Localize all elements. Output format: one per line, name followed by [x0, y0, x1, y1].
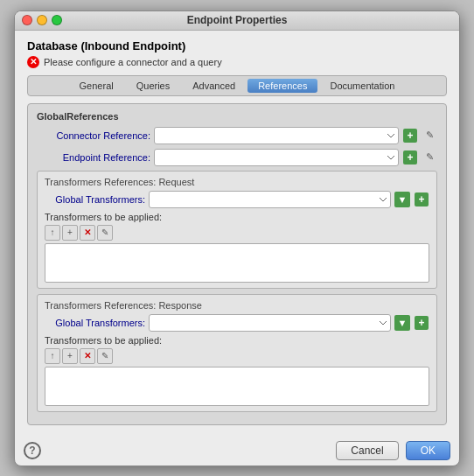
- connector-row: Connector Reference: + ✎: [37, 127, 437, 144]
- request-section: Transformers References: Request Global …: [37, 171, 437, 289]
- plus-icon-3: +: [415, 192, 429, 206]
- minimize-button[interactable]: [37, 15, 47, 25]
- response-plus-button[interactable]: +: [414, 315, 429, 331]
- response-toolbar: ↑ + ✕ ✎: [45, 348, 429, 364]
- endpoint-add-button[interactable]: +: [402, 150, 418, 165]
- references-panel: GlobalReferences Connector Reference: + …: [27, 103, 447, 425]
- global-references-title: GlobalReferences: [37, 111, 437, 122]
- endpoint-label: Endpoint Reference:: [37, 152, 150, 163]
- request-transformer-row: Global Transformers: ▼ +: [45, 191, 429, 208]
- global-trans-label-req: Global Transformers:: [45, 194, 145, 205]
- tab-general[interactable]: General: [69, 79, 124, 93]
- response-section: Transformers References: Response Global…: [37, 294, 437, 412]
- request-title: Transformers References: Request: [45, 177, 429, 187]
- res-add-button[interactable]: +: [62, 348, 78, 364]
- req-edit-button[interactable]: ✎: [97, 225, 113, 241]
- req-delete-button[interactable]: ✕: [80, 225, 95, 241]
- response-global-transformer-select[interactable]: [149, 314, 391, 332]
- req-add-button[interactable]: +: [62, 225, 78, 241]
- ok-button[interactable]: OK: [406, 441, 450, 460]
- error-icon: ✕: [27, 56, 39, 68]
- res-up-button[interactable]: ↑: [45, 348, 60, 364]
- error-row: ✕ Please configure a connector and a que…: [27, 56, 447, 68]
- apply-label-req: Transformers to be applied:: [45, 212, 429, 222]
- endpoint-edit-button[interactable]: ✎: [422, 150, 437, 165]
- tab-advanced[interactable]: Advanced: [182, 79, 246, 93]
- request-plus-button[interactable]: +: [414, 192, 429, 207]
- res-edit-button[interactable]: ✎: [97, 348, 113, 364]
- tab-references[interactable]: References: [247, 79, 317, 93]
- error-message: Please configure a connector and a query: [44, 57, 222, 67]
- response-arrow-button[interactable]: ▼: [394, 315, 410, 331]
- action-buttons: Cancel OK: [336, 441, 450, 460]
- window-title: Endpoint Properties: [187, 14, 288, 26]
- close-button[interactable]: [22, 15, 32, 25]
- pencil-icon-2: ✎: [422, 150, 436, 164]
- plus-icon-2: +: [403, 150, 417, 164]
- endpoint-properties-window: Endpoint Properties Database (Inbound En…: [14, 10, 460, 466]
- connector-add-button[interactable]: +: [402, 128, 418, 144]
- request-list: [45, 243, 429, 283]
- global-trans-label-res: Global Transformers:: [45, 318, 145, 328]
- apply-label-res: Transformers to be applied:: [45, 335, 429, 346]
- tab-queries[interactable]: Queries: [126, 79, 181, 93]
- connector-select[interactable]: [154, 127, 399, 144]
- req-up-button[interactable]: ↑: [45, 225, 60, 241]
- request-toolbar: ↑ + ✕ ✎: [45, 225, 429, 241]
- maximize-button[interactable]: [52, 15, 62, 25]
- bottom-bar: ? Cancel OK: [15, 434, 459, 466]
- tabs-bar: General Queries Advanced References Docu…: [27, 75, 447, 96]
- window-content: Database (Inbound Endpoint) ✕ Please con…: [15, 31, 459, 434]
- connector-label: Connector Reference:: [37, 130, 150, 141]
- tab-documentation[interactable]: Documentation: [319, 79, 405, 93]
- pencil-icon: ✎: [422, 129, 436, 143]
- res-delete-button[interactable]: ✕: [80, 348, 95, 364]
- endpoint-select[interactable]: [154, 149, 399, 166]
- plus-icon-4: +: [415, 316, 429, 330]
- db-title: Database (Inbound Endpoint): [27, 39, 447, 52]
- response-title: Transformers References: Response: [45, 300, 429, 311]
- plus-icon: +: [403, 129, 417, 143]
- request-global-transformer-select[interactable]: [149, 191, 391, 208]
- help-button[interactable]: ?: [24, 442, 41, 459]
- response-list: [45, 367, 429, 406]
- endpoint-row: Endpoint Reference: + ✎: [37, 149, 437, 166]
- response-transformer-row: Global Transformers: ▼ +: [45, 314, 429, 332]
- title-bar: Endpoint Properties: [15, 11, 459, 31]
- cancel-button[interactable]: Cancel: [336, 441, 398, 460]
- request-arrow-button[interactable]: ▼: [394, 192, 410, 207]
- window-controls: [22, 15, 62, 25]
- connector-edit-button[interactable]: ✎: [422, 128, 437, 144]
